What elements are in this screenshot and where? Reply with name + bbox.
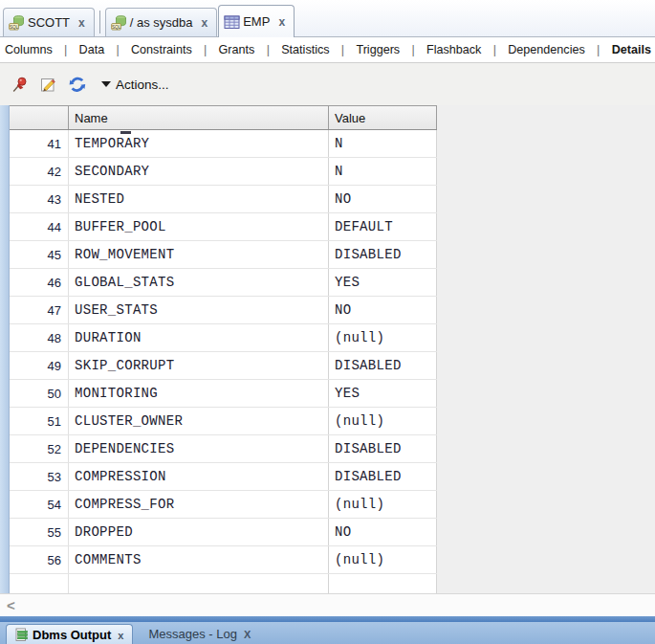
row-value[interactable]: YES (329, 380, 437, 407)
row-number (10, 574, 69, 593)
table-row[interactable]: 43 NESTED NO (10, 186, 437, 213)
row-value[interactable]: NO (329, 519, 437, 545)
close-icon[interactable]: X (244, 629, 251, 640)
tab-dependencies[interactable]: Dependencies (507, 42, 586, 57)
row-value[interactable]: DISABLED (329, 241, 437, 268)
table-row[interactable]: 47 USER_STATS NO (10, 297, 437, 324)
row-value[interactable]: N (329, 130, 437, 157)
details-grid-area: Name Value 41 TEMPORARY N 42 SECONDARY N… (0, 105, 655, 593)
row-name[interactable]: SECONDARY (69, 158, 329, 185)
name-column-header[interactable]: Name (69, 106, 329, 129)
log-panel-tab-bar: Dbms Output x Messages - Log X (0, 622, 655, 644)
row-number-column-header[interactable] (10, 106, 69, 129)
row-name[interactable]: COMMENTS (69, 546, 329, 573)
close-icon[interactable]: x (278, 15, 285, 29)
tab-grants[interactable]: Grants (218, 42, 256, 57)
row-value[interactable]: N (329, 158, 437, 185)
tab-triggers[interactable]: Triggers (355, 42, 401, 57)
tab-messages-log[interactable]: Messages - Log X (136, 624, 259, 644)
table-row[interactable]: 48 DURATION (null) (10, 324, 437, 352)
row-name[interactable]: COMPRESS_FOR (69, 491, 329, 518)
row-name[interactable]: DROPPED (69, 519, 329, 545)
value-column-header[interactable]: Value (329, 106, 437, 129)
table-row[interactable]: 46 GLOBAL_STATS YES (10, 269, 437, 297)
table-row[interactable]: 56 COMMENTS (null) (10, 546, 437, 574)
details-toolbar: Actions... (0, 63, 655, 105)
row-number: 48 (10, 324, 69, 351)
close-icon[interactable]: x (118, 630, 123, 641)
table-row[interactable]: 41 TEMPORARY N (10, 130, 437, 158)
grid-body: 41 TEMPORARY N 42 SECONDARY N 43 NESTED … (10, 130, 437, 593)
row-value[interactable]: DEFAULT (329, 213, 437, 240)
tab-details[interactable]: Details (611, 42, 652, 57)
row-name[interactable]: TEMPORARY (69, 130, 329, 157)
row-value[interactable]: DISABLED (329, 463, 437, 490)
actions-dropdown[interactable]: Actions... (98, 78, 169, 92)
document-tab-bar: SQL SCOTT x SQL / as sysdba x (0, 0, 655, 37)
tab-scott[interactable]: SQL SCOTT x (3, 8, 95, 36)
row-name[interactable]: USER_STATS (69, 297, 329, 323)
subtab-separator: | (267, 43, 270, 56)
table-icon (224, 14, 240, 30)
clipped-row-fragment (120, 131, 131, 134)
row-value[interactable]: (null) (329, 491, 437, 518)
row-name[interactable]: SKIP_CORRUPT (69, 352, 329, 379)
row-margin-strip (0, 105, 10, 593)
tab-columns[interactable]: Columns (4, 42, 54, 57)
row-value[interactable]: YES (329, 269, 437, 296)
close-icon[interactable]: x (78, 16, 85, 30)
row-number: 51 (10, 408, 69, 434)
row-value[interactable]: DISABLED (329, 435, 437, 462)
table-row[interactable]: 51 CLUSTER_OWNER (null) (10, 408, 437, 435)
table-row[interactable]: 50 MONITORING YES (10, 380, 437, 408)
refresh-icon (68, 76, 87, 94)
row-name[interactable]: DURATION (69, 324, 329, 351)
sql-connection-icon: SQL (111, 14, 127, 31)
edit-button[interactable] (39, 76, 57, 94)
row-name[interactable]: DEPENDENCIES (69, 435, 329, 462)
row-value[interactable]: (null) (329, 546, 437, 573)
panel-splitter[interactable] (0, 615, 655, 622)
table-row[interactable]: 53 COMPRESSION DISABLED (10, 463, 437, 491)
refresh-button[interactable] (68, 76, 87, 94)
tab-emp[interactable]: EMP x (218, 5, 295, 37)
row-name[interactable]: CLUSTER_OWNER (69, 408, 329, 434)
row-number: 54 (10, 491, 69, 518)
scroll-left-icon[interactable]: < (7, 597, 15, 613)
table-row[interactable]: 55 DROPPED NO (10, 519, 437, 546)
table-row[interactable]: 49 SKIP_CORRUPT DISABLED (10, 352, 437, 380)
tab-statistics[interactable]: Statistics (280, 42, 330, 57)
tab-constraints[interactable]: Constraints (130, 42, 193, 57)
tab-label: Dbms Output (33, 628, 111, 642)
horizontal-scrollbar[interactable]: < (0, 593, 655, 615)
tab-dbms-output[interactable]: Dbms Output x (6, 624, 133, 644)
table-row[interactable]: 52 DEPENDENCIES DISABLED (10, 435, 437, 463)
table-row[interactable]: 42 SECONDARY N (10, 158, 437, 186)
tab-data[interactable]: Data (78, 42, 106, 57)
row-name[interactable]: COMPRESSION (69, 463, 329, 490)
object-viewer-tab-bar: Columns| Data| Constraints| Grants| Stat… (0, 37, 655, 63)
row-name[interactable]: MONITORING (69, 380, 329, 407)
pin-button[interactable] (11, 76, 29, 94)
table-row[interactable]: 45 ROW_MOVEMENT DISABLED (10, 241, 437, 269)
tab-flashback[interactable]: Flashback (426, 42, 482, 57)
row-name[interactable]: ROW_MOVEMENT (69, 241, 329, 268)
row-value[interactable]: (null) (329, 408, 437, 434)
tab-sysdba[interactable]: SQL / as sysdba x (105, 8, 217, 36)
row-value[interactable]: DISABLED (329, 352, 437, 379)
row-value[interactable]: NO (329, 186, 437, 212)
row-number: 47 (10, 297, 69, 323)
tab-label: EMP (243, 14, 270, 29)
table-row[interactable]: 54 COMPRESS_FOR (null) (10, 491, 437, 519)
actions-label: Actions... (116, 78, 169, 92)
row-value[interactable]: (null) (329, 324, 437, 351)
sql-developer-window: SQL SCOTT x SQL / as sysdba x (0, 0, 655, 644)
row-name[interactable]: NESTED (69, 186, 329, 212)
row-name[interactable]: GLOBAL_STATS (69, 269, 329, 296)
close-icon[interactable]: x (202, 16, 208, 30)
row-value[interactable]: NO (329, 297, 437, 323)
tab-divider (99, 11, 100, 33)
svg-text:SQL: SQL (10, 25, 19, 30)
table-row[interactable]: 44 BUFFER_POOL DEFAULT (10, 213, 437, 241)
row-name[interactable]: BUFFER_POOL (69, 213, 329, 240)
